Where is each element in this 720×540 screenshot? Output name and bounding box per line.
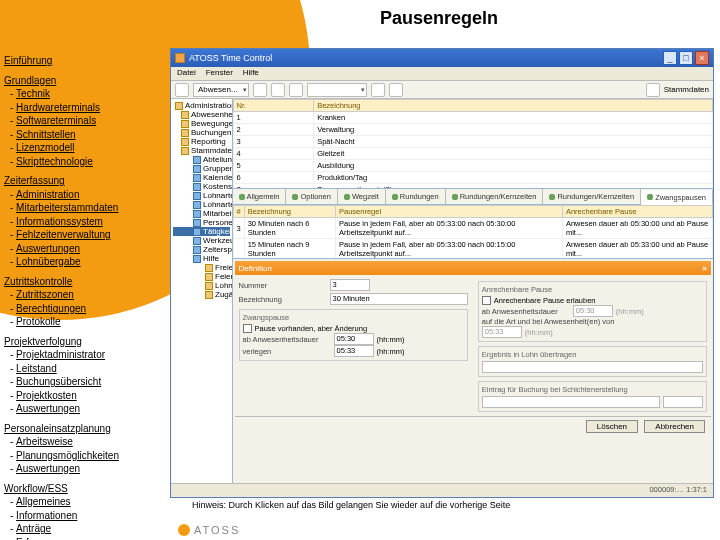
input-ent1[interactable] — [482, 396, 660, 408]
sidebar-item-technik[interactable]: Technik — [16, 87, 50, 101]
input-verlegen[interactable]: 05:33 — [334, 345, 374, 357]
toolbar-btn-2[interactable] — [253, 83, 267, 97]
tab[interactable]: Rundungen — [386, 189, 446, 204]
col-header[interactable]: # — [233, 206, 244, 218]
sidebar-item-leitstand[interactable]: Leitstand — [16, 362, 57, 376]
sidebar-item-planungsmoegl[interactable]: Planungsmöglichkeiten — [16, 449, 119, 463]
tab[interactable]: Rundungen/Kernzeiten — [543, 189, 641, 204]
menu-datei[interactable]: Datei — [177, 68, 196, 79]
sidebar-item-erfassen[interactable]: Erfassen — [16, 536, 55, 541]
sidebar-item-buchungsuebersicht[interactable]: Buchungsübersicht — [16, 375, 101, 389]
tree-node[interactable]: Zugänge — [173, 290, 230, 299]
grid-top[interactable]: Nr.Bezeichnung1Kranken2Verwaltung3Spät-N… — [233, 99, 714, 189]
sidebar-item-projektadmin[interactable]: Projektadministrator — [16, 348, 105, 362]
tree-node[interactable]: Administration — [173, 101, 230, 110]
app-window[interactable]: ATOSS Time Control _ □ × Datei Fenster H… — [170, 48, 714, 498]
cancel-button[interactable]: Abbrechen — [644, 420, 705, 433]
tree-node[interactable]: Buchungen — [173, 128, 230, 137]
sidebar-item-auswertungen-pj[interactable]: Auswertungen — [16, 402, 80, 416]
sidebar-item-schnittstellen[interactable]: Schnittstellen — [16, 128, 75, 142]
col-header[interactable]: Bezeichnung — [314, 100, 713, 112]
table-row[interactable]: 15 Minuten nach 9 StundenPause in jedem … — [233, 239, 713, 260]
input-ab[interactable]: 05:30 — [334, 333, 374, 345]
tree-node[interactable]: Abwesenheit/Sonstige — [173, 110, 230, 119]
table-row[interactable]: 4Gleitzeit — [233, 148, 713, 160]
sidebar-section-pep[interactable]: Personaleinsatzplanung — [4, 422, 164, 436]
sidebar-section-workflow[interactable]: Workflow/ESS — [4, 482, 164, 496]
col-header[interactable]: Bezeichnung — [244, 206, 335, 218]
sidebar-item-lizenzmodell[interactable]: Lizenzmodell — [16, 141, 74, 155]
input-art[interactable]: 05:33 — [482, 326, 522, 338]
menu-hilfe[interactable]: Hilfe — [243, 68, 259, 79]
tab[interactable]: Allgemein — [233, 189, 287, 204]
col-header[interactable]: Pausenregel — [335, 206, 562, 218]
minimize-button[interactable]: _ — [663, 51, 677, 65]
sidebar-item-informationen[interactable]: Informationen — [16, 509, 77, 523]
sidebar-item-berechtigungen[interactable]: Berechtigungen — [16, 302, 86, 316]
toolbar-btn-3[interactable] — [271, 83, 285, 97]
tree-node[interactable]: Tätigkeiten — [173, 227, 230, 236]
toolbar-btn-4[interactable] — [289, 83, 303, 97]
table-row[interactable]: 1Kranken — [233, 112, 713, 124]
tab[interactable]: Rundungen/Kernzeiten — [446, 189, 544, 204]
tree-node[interactable]: Stammdaten — [173, 146, 230, 155]
sidebar-item-fehlzeitenverwaltung[interactable]: Fehlzeitenverwaltung — [16, 228, 111, 242]
sidebar-item-informationssystem[interactable]: Informationssystem — [16, 215, 103, 229]
col-header[interactable]: Anrechenbare Pause — [562, 206, 712, 218]
sidebar-item-zutrittszonen[interactable]: Zutrittszonen — [16, 288, 74, 302]
tab[interactable]: Wegzeit — [338, 189, 386, 204]
select-erg[interactable] — [482, 361, 703, 373]
table-row[interactable]: 3Spät-Nacht — [233, 136, 713, 148]
input-ent2[interactable] — [663, 396, 703, 408]
panel-close-icon[interactable]: × — [702, 264, 707, 273]
tree-node[interactable]: Kalender — [173, 173, 230, 182]
input-bez[interactable]: 30 Minuten — [330, 293, 468, 305]
table-row[interactable]: 330 Minuten nach 6 StundenPause in jedem… — [233, 218, 713, 239]
delete-button[interactable]: Löschen — [586, 420, 638, 433]
tree-node[interactable]: Lohnarten Mitarbeiterbezogen — [173, 200, 230, 209]
tree-node[interactable]: Zeitersparnis — [173, 245, 230, 254]
table-row[interactable]: 6Produktion/Tag — [233, 172, 713, 184]
tree-node[interactable]: Abteilungen — [173, 155, 230, 164]
menu-fenster[interactable]: Fenster — [206, 68, 233, 79]
tree-node[interactable]: Werkzeuge — [173, 236, 230, 245]
maximize-button[interactable]: □ — [679, 51, 693, 65]
toolbar-btn-right[interactable] — [646, 83, 660, 97]
tree-node[interactable]: Mitarbeiter — [173, 209, 230, 218]
toolbar-combo-1[interactable]: Abwesen... — [193, 83, 249, 97]
sidebar-item-mitarbeiterstammdaten[interactable]: Mitarbeiterstammdaten — [16, 201, 118, 215]
input-ab2[interactable]: 05:30 — [573, 305, 613, 317]
tree-node[interactable]: Hilfe — [173, 254, 230, 263]
sidebar-intro[interactable]: Einführung — [4, 54, 164, 68]
tree-node[interactable]: Personen — [173, 218, 230, 227]
toolbar-btn-5[interactable] — [371, 83, 385, 97]
tree-node[interactable]: Bewegungen — [173, 119, 230, 128]
table-row[interactable]: 2Verwaltung — [233, 124, 713, 136]
sidebar-item-protokolle[interactable]: Protokolle — [16, 315, 60, 329]
sidebar-item-skripttechnologie[interactable]: Skripttechnologie — [16, 155, 93, 169]
sidebar-item-antraege[interactable]: Anträge — [16, 522, 51, 536]
col-header[interactable]: Nr. — [233, 100, 314, 112]
sidebar-item-lohnuebergabe[interactable]: Lohnübergabe — [16, 255, 81, 269]
tab[interactable]: Optionen — [286, 189, 337, 204]
toolbar-btn-1[interactable] — [175, 83, 189, 97]
sidebar-item-auswertungen-pep[interactable]: Auswertungen — [16, 462, 80, 476]
sidebar-item-hardwareterminals[interactable]: Hardwareterminals — [16, 101, 100, 115]
tab[interactable]: Zwangspausen — [641, 190, 713, 205]
sidebar-section-grundlagen[interactable]: Grundlagen — [4, 74, 164, 88]
sidebar-item-softwareterminals[interactable]: Softwareterminals — [16, 114, 96, 128]
sidebar-section-projekt[interactable]: Projektverfolgung — [4, 335, 164, 349]
sidebar-item-administration[interactable]: Administration — [16, 188, 79, 202]
sidebar-item-arbeitsweise[interactable]: Arbeitsweise — [16, 435, 73, 449]
toolbar-combo-2[interactable] — [307, 83, 367, 97]
checkbox-anr[interactable] — [482, 296, 491, 305]
table-row[interactable]: 5Ausbildung — [233, 160, 713, 172]
tree-node[interactable]: Feiertage — [173, 272, 230, 281]
titlebar[interactable]: ATOSS Time Control _ □ × — [171, 49, 713, 67]
toolbar-btn-6[interactable] — [389, 83, 403, 97]
sidebar-section-zutritt[interactable]: Zutrittskontrolle — [4, 275, 164, 289]
sidebar-item-allgemeines[interactable]: Allgemeines — [16, 495, 70, 509]
tree-node[interactable]: Kostenstellen — [173, 182, 230, 191]
tree-node[interactable]: Lohnarten — [173, 191, 230, 200]
sidebar-item-auswertungen-ze[interactable]: Auswertungen — [16, 242, 80, 256]
